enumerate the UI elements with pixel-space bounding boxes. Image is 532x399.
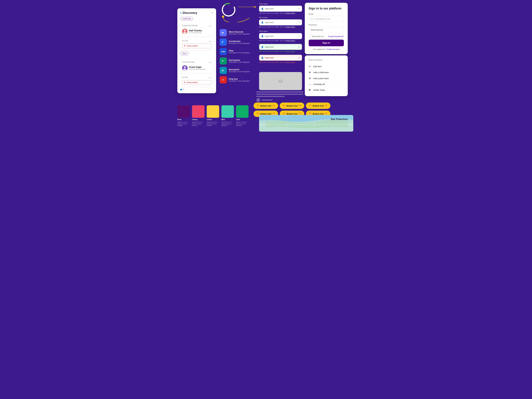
svg-point-1 bbox=[222, 3, 235, 16]
fire-button-1[interactable]: 🔥 Button text 🔥 bbox=[253, 102, 278, 109]
fire-icon-left-5: 🔥 bbox=[283, 113, 285, 115]
input-clear-2[interactable]: ✕ bbox=[298, 21, 300, 24]
form-label-3: First name bbox=[259, 30, 302, 32]
privacy-link-1[interactable]: Privacy Policy. bbox=[285, 12, 295, 14]
okta-info: Okta Description of the integration bbox=[229, 50, 250, 54]
no-role-label-2: No Role bbox=[182, 76, 188, 78]
gail-charley-details: Gail Charley VP of Engineering bbox=[189, 29, 202, 33]
product-manager-info: Frank Vogel Senior Product Manager bbox=[182, 65, 211, 71]
fire-icon-right-6: 🔥 bbox=[325, 113, 327, 115]
product-manager-section: Product Manager Frank Vogel Senior Produ… bbox=[180, 59, 213, 73]
forgot-password-link[interactable]: Forgot Password? bbox=[328, 35, 344, 38]
integration-moneybird[interactable]: M Moneybird Description of the integrati… bbox=[220, 67, 258, 74]
eng-manager-menu[interactable] bbox=[209, 26, 211, 26]
integration-wave[interactable]: W Wave financial Description of the inte… bbox=[220, 29, 258, 36]
product-manager-menu[interactable] bbox=[209, 62, 211, 63]
user-icon-3: 👤 bbox=[261, 35, 264, 37]
action-add-child[interactable]: ⊕ Add a child team bbox=[308, 70, 344, 75]
frank-vogel-title: Senior Product Manager bbox=[189, 69, 205, 70]
svg-point-7 bbox=[183, 32, 186, 34]
input-wrapper-3[interactable]: 👤 Input text ✕ bbox=[259, 33, 302, 39]
edit-item-label: Edit Item bbox=[313, 65, 322, 68]
form-hint-3: We'll never share your details. See our … bbox=[259, 40, 302, 41]
privacy-link-3[interactable]: Privacy Policy. bbox=[285, 40, 295, 41]
team-tag[interactable]: Team bbox=[180, 52, 189, 55]
no-role-2-menu[interactable] bbox=[209, 78, 211, 78]
wave-info: Wave financial Description of the integr… bbox=[229, 31, 250, 35]
integration-list: W Wave financial Description of the inte… bbox=[220, 29, 258, 86]
lime-name: Lime bbox=[236, 119, 248, 120]
fire-icon-left-1: 🔥 bbox=[257, 104, 259, 107]
gail-charley-avatar bbox=[182, 29, 188, 34]
map-area: San Francisco bbox=[259, 115, 353, 132]
action-delete-team[interactable]: 🗑 Delete Team bbox=[308, 87, 344, 93]
action-edit-item[interactable]: ✏ Edit Item bbox=[308, 63, 344, 70]
remember-me[interactable]: Remember me bbox=[309, 35, 324, 38]
integration-okta[interactable]: okta Okta Description of the integration bbox=[220, 48, 258, 55]
skeleton-avatar bbox=[256, 98, 260, 102]
unassign-label: Unassign all bbox=[313, 83, 325, 85]
flag-icon: ⚑ bbox=[184, 45, 185, 47]
engineering-manager-section: Engineering Manager Gail Charley VP of E… bbox=[180, 23, 213, 36]
map-svg bbox=[259, 115, 353, 132]
no-role-section-2: No Role ⚑ Understaffed bbox=[180, 74, 213, 87]
form-group-3: First name 👤 Input text ✕ We'll never sh… bbox=[259, 30, 302, 41]
integration-freshbooks[interactable]: F Freshbooks Description of the integrat… bbox=[220, 38, 258, 46]
integration-paycaptain[interactable]: P PayCaptain Description of the integrat… bbox=[220, 57, 258, 64]
fire-icon-right-3: 🔥 bbox=[325, 104, 327, 107]
fire-button-3[interactable]: 🔥 Button text 🔥 bbox=[306, 102, 330, 109]
signin-button[interactable]: Sign In bbox=[309, 40, 344, 46]
integration-pingone[interactable]: P1 Ping One Description of the integrati… bbox=[220, 76, 258, 83]
discovery-menu-button[interactable] bbox=[211, 13, 213, 13]
input-wrapper-success[interactable]: 👤 Input text ✕ bbox=[259, 44, 302, 50]
privacy-link-error[interactable]: Privacy Policy. bbox=[285, 61, 295, 63]
swatch-mint: Mint rgba(59,206,172,1)hsla(166,60,52,1)… bbox=[222, 105, 234, 127]
fire-icon-left-3: 🔥 bbox=[309, 104, 312, 107]
input-wrapper-error[interactable]: 👤 Input text ✕ bbox=[259, 55, 302, 61]
lemon-color-box bbox=[207, 105, 219, 118]
skeleton-text bbox=[262, 100, 273, 101]
privacy-link-2[interactable]: Privacy Policy. bbox=[285, 26, 295, 28]
skeleton-line-2 bbox=[256, 94, 304, 95]
input-wrapper-1[interactable]: 👤 Input text ✕ bbox=[259, 6, 302, 12]
understaffed-badge-1: ⚑ Understaffed bbox=[182, 44, 211, 48]
svg-text:M: M bbox=[222, 70, 223, 72]
input-clear-error[interactable]: ✕ bbox=[298, 57, 300, 59]
fire-icon-right-4: 🔥 bbox=[272, 113, 275, 115]
input-text-success: Input text bbox=[265, 46, 297, 48]
add-child-icon: ⊕ bbox=[308, 71, 311, 74]
input-clear-success[interactable]: ✕ bbox=[298, 46, 300, 48]
fire-button-2[interactable]: 🔥 Button text 🔥 bbox=[280, 102, 304, 109]
pingone-name: Ping One bbox=[229, 78, 250, 80]
email-input[interactable]: ✉️ name@email.com bbox=[309, 16, 344, 22]
create-account-link[interactable]: Create account bbox=[326, 48, 339, 50]
remember-label: Remember me bbox=[312, 35, 324, 38]
password-input[interactable]: •••••••••• bbox=[309, 27, 344, 33]
svg-point-6 bbox=[184, 30, 186, 32]
svg-point-4 bbox=[222, 16, 224, 18]
discovery-header: Discovery bbox=[180, 11, 213, 15]
action-unassign[interactable]: — Unassign all bbox=[308, 81, 344, 87]
input-clear-3[interactable]: ✕ bbox=[298, 35, 300, 37]
signin-card: Sign in to our platform Email ✉️ name@em… bbox=[305, 3, 348, 54]
plum-rgba: rgba(84,13,110,1)hsla(284,79,24,1)#540D6… bbox=[177, 121, 190, 127]
user-icon-success: 👤 bbox=[261, 46, 264, 48]
privacy-link-success[interactable]: Privacy Policy. bbox=[285, 51, 295, 52]
input-text-3: Input text bbox=[265, 35, 297, 37]
input-clear-1[interactable]: ✕ bbox=[298, 8, 300, 10]
remember-checkbox[interactable] bbox=[309, 35, 311, 38]
leadership-tag[interactable]: Leadership bbox=[180, 17, 193, 20]
plum-name: Plum bbox=[177, 119, 190, 120]
cherry-color-box bbox=[192, 105, 204, 118]
swatch-lemon: Lemon rgba(255,210,63,1)hsla(46,100,62,1… bbox=[207, 105, 219, 127]
wave-icon: W bbox=[220, 29, 227, 36]
input-wrapper-2[interactable]: 👤 Input text ✕ bbox=[259, 19, 302, 25]
action-add-peer[interactable]: ⊕ Add a peer team bbox=[308, 75, 344, 81]
freshbooks-name: Freshbooks bbox=[229, 40, 250, 42]
okta-name: Okta bbox=[229, 50, 250, 52]
user-icon-1: 👤 bbox=[261, 8, 264, 10]
skeleton-line-3 bbox=[256, 96, 285, 97]
color-swatches: Plum rgba(84,13,110,1)hsla(284,79,24,1)#… bbox=[177, 105, 248, 127]
no-role-1-menu[interactable] bbox=[209, 41, 211, 42]
lemon-rgba: rgba(255,210,63,1)hsla(46,100,62,1)#FFD2… bbox=[207, 121, 219, 127]
